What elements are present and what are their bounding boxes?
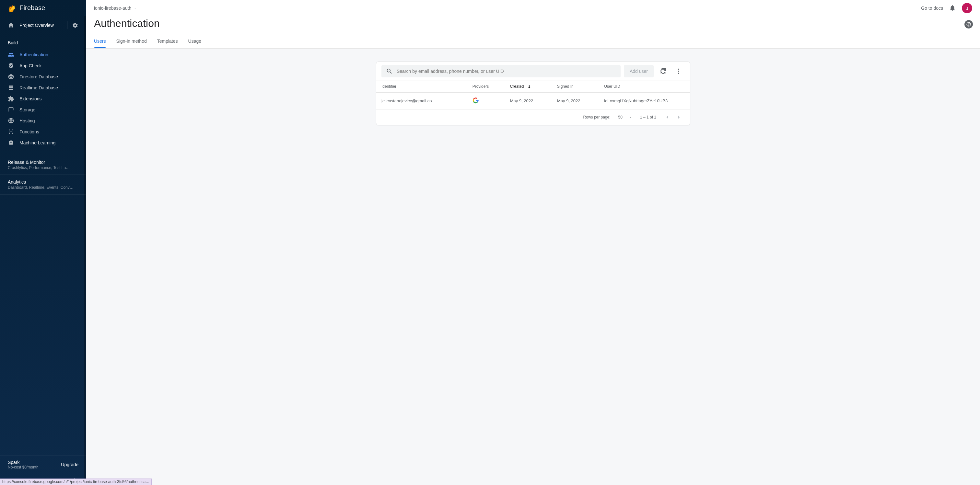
project-overview-link[interactable]: Project Overview [19,23,62,28]
browser-status-bar: https://console.firebase.google.com/u/1/… [0,479,152,485]
tab-signin-method[interactable]: Sign-in method [116,35,147,48]
sidebar-item-label: Hosting [19,118,35,124]
puzzle-icon [8,95,14,102]
firebase-logo[interactable]: Firebase [0,0,86,16]
users-table: Identifier Providers Created Signed In U… [376,81,690,109]
rows-per-page-select[interactable]: 50 [618,115,632,119]
project-name: ionic-firebase-auth [94,5,131,11]
go-to-docs-link[interactable]: Go to docs [921,5,943,11]
cell-created: May 9, 2022 [505,92,552,109]
sidebar-item-app-check[interactable]: App Check [0,60,86,71]
robot-icon [8,139,14,146]
globe-icon [8,117,14,124]
users-card: Add user Identifier Providers [376,62,690,125]
pagination-range: 1 – 1 of 1 [640,115,656,119]
prev-page-icon[interactable] [664,114,670,120]
page-title: Authentication [86,16,980,35]
home-icon [8,22,14,29]
sidebar-item-storage[interactable]: Storage [0,104,86,115]
notifications-bell-icon[interactable] [949,5,956,12]
plan-row: Spark No-cost $0/month Upgrade [0,455,86,473]
section-title: Analytics [8,179,78,185]
build-section-header[interactable]: Build [0,34,86,49]
rpp-value: 50 [618,115,622,119]
sort-down-icon [527,84,531,89]
user-avatar[interactable]: J [962,3,972,13]
divider [67,21,67,29]
project-selector[interactable]: ionic-firebase-auth [94,5,137,11]
cell-identifier: jelicastanojevicc@gmail.co… [376,92,467,109]
search-wrap[interactable] [382,65,620,78]
tab-usage[interactable]: Usage [188,35,201,48]
card-toolbar: Add user [376,62,690,81]
sidebar-item-extensions[interactable]: Extensions [0,93,86,104]
help-icon [966,22,971,27]
search-icon [386,68,393,75]
refresh-icon [660,68,667,75]
upgrade-button[interactable]: Upgrade [61,462,78,467]
plan-name: Spark [8,460,61,465]
cell-providers [467,92,505,109]
pagination: Rows per page: 50 1 – 1 of 1 [376,109,690,125]
sidebar-item-label: Machine Learning [19,140,56,145]
table-row[interactable]: jelicastanojevicc@gmail.co… May 9, 2022 … [376,92,690,109]
sidebar-item-label: Authentication [19,52,48,57]
sidebar-item-label: Extensions [19,96,41,101]
svg-point-0 [678,69,679,70]
shield-icon [8,62,14,69]
section-subtitle: Crashlytics, Performance, Test La… [8,165,78,170]
dropdown-triangle-icon [628,115,632,119]
section-title: Release & Monitor [8,160,78,165]
col-signed-in[interactable]: Signed In [552,81,599,93]
topbar: ionic-firebase-auth Go to docs J [86,0,980,16]
tabs: Users Sign-in method Templates Usage [86,35,980,49]
sidebar-item-hosting[interactable]: Hosting [0,115,86,126]
cell-signed-in: May 9, 2022 [552,92,599,109]
release-monitor-section[interactable]: Release & Monitor Crashlytics, Performan… [0,155,86,175]
content-area: Add user Identifier Providers [86,49,980,485]
col-providers[interactable]: Providers [467,81,505,93]
section-subtitle: Dashboard, Realtime, Events, Conv… [8,185,78,190]
sidebar-item-ml[interactable]: Machine Learning [0,137,86,148]
sidebar-item-authentication[interactable]: Authentication [0,49,86,60]
rows-per-page-label: Rows per page: [583,115,611,119]
cell-uid: ldLoxmgl1XgNubttagerZAe10UB3 [599,92,690,109]
google-icon [473,97,479,104]
people-icon [8,51,14,58]
firebase-flame-icon [8,3,17,13]
svg-point-2 [678,73,679,74]
svg-point-1 [678,71,679,72]
sidebar-item-realtime-db[interactable]: Realtime Database [0,82,86,93]
col-identifier[interactable]: Identifier [376,81,467,93]
more-menu-button[interactable] [673,65,685,78]
functions-icon [8,128,14,135]
layers-icon [8,73,14,80]
sidebar-item-firestore[interactable]: Firestore Database [0,71,86,82]
tab-templates[interactable]: Templates [157,35,178,48]
dropdown-triangle-icon [133,6,137,10]
tab-users[interactable]: Users [94,35,106,48]
sidebar-item-label: Storage [19,107,35,113]
help-button[interactable] [964,20,973,29]
sidebar-item-functions[interactable]: Functions [0,126,86,137]
sidebar-item-label: Realtime Database [19,85,58,90]
sidebar: Firebase Project Overview Build Authenti… [0,0,86,485]
database-icon [8,84,14,91]
firebase-wordmark: Firebase [19,4,45,12]
sidebar-item-label: Functions [19,129,39,134]
project-overview-row: Project Overview [0,16,86,34]
next-page-icon[interactable] [676,114,682,120]
analytics-section[interactable]: Analytics Dashboard, Realtime, Events, C… [0,175,86,195]
add-user-button[interactable]: Add user [624,65,654,78]
more-vert-icon [675,68,682,75]
sidebar-item-label: App Check [19,63,41,68]
refresh-button[interactable] [657,65,669,78]
plan-sub: No-cost $0/month [8,465,61,469]
sidebar-item-label: Firestore Database [19,74,58,79]
search-input[interactable] [397,69,616,74]
main-content: ionic-firebase-auth Go to docs J Authent… [86,0,980,485]
col-created[interactable]: Created [505,81,552,93]
settings-gear-icon[interactable] [72,22,78,29]
col-user-uid[interactable]: User UID [599,81,690,93]
folder-icon [8,106,14,113]
